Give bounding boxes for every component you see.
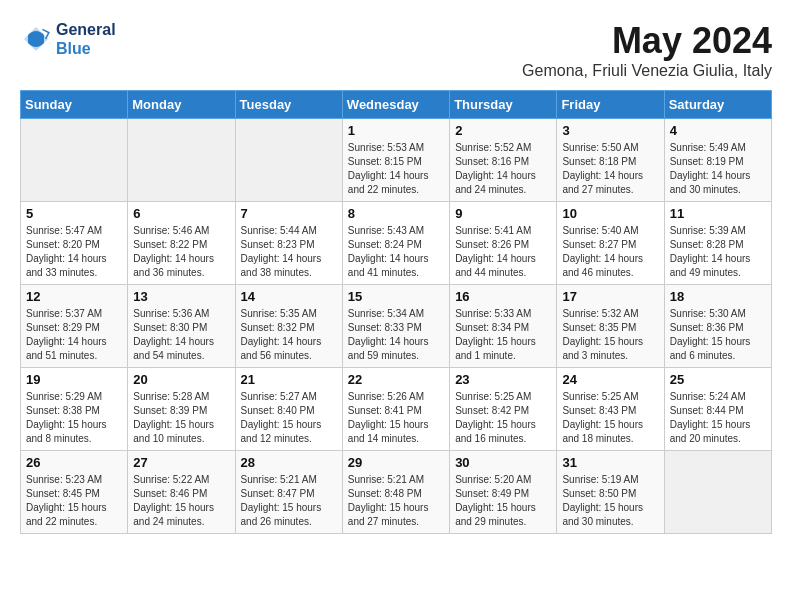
col-sunday: Sunday xyxy=(21,91,128,119)
day-number: 24 xyxy=(562,372,658,387)
day-number: 20 xyxy=(133,372,229,387)
calendar-cell: 19 Sunrise: 5:29 AMSunset: 8:38 PMDaylig… xyxy=(21,368,128,451)
logo-general: General xyxy=(56,21,116,38)
day-number: 23 xyxy=(455,372,551,387)
calendar-cell: 17 Sunrise: 5:32 AMSunset: 8:35 PMDaylig… xyxy=(557,285,664,368)
col-tuesday: Tuesday xyxy=(235,91,342,119)
calendar-cell: 16 Sunrise: 5:33 AMSunset: 8:34 PMDaylig… xyxy=(450,285,557,368)
day-info: Sunrise: 5:25 AMSunset: 8:43 PMDaylight:… xyxy=(562,391,643,444)
day-info: Sunrise: 5:22 AMSunset: 8:46 PMDaylight:… xyxy=(133,474,214,527)
day-number: 1 xyxy=(348,123,444,138)
calendar-cell: 27 Sunrise: 5:22 AMSunset: 8:46 PMDaylig… xyxy=(128,451,235,534)
calendar-cell: 8 Sunrise: 5:43 AMSunset: 8:24 PMDayligh… xyxy=(342,202,449,285)
day-info: Sunrise: 5:33 AMSunset: 8:34 PMDaylight:… xyxy=(455,308,536,361)
calendar-cell: 12 Sunrise: 5:37 AMSunset: 8:29 PMDaylig… xyxy=(21,285,128,368)
day-info: Sunrise: 5:23 AMSunset: 8:45 PMDaylight:… xyxy=(26,474,107,527)
day-info: Sunrise: 5:20 AMSunset: 8:49 PMDaylight:… xyxy=(455,474,536,527)
logo: General Blue xyxy=(20,20,116,58)
calendar-week-row: 19 Sunrise: 5:29 AMSunset: 8:38 PMDaylig… xyxy=(21,368,772,451)
logo-blue: Blue xyxy=(56,40,91,57)
day-number: 5 xyxy=(26,206,122,221)
calendar-cell: 7 Sunrise: 5:44 AMSunset: 8:23 PMDayligh… xyxy=(235,202,342,285)
day-number: 31 xyxy=(562,455,658,470)
col-monday: Monday xyxy=(128,91,235,119)
calendar-header: Sunday Monday Tuesday Wednesday Thursday… xyxy=(21,91,772,119)
calendar-week-row: 12 Sunrise: 5:37 AMSunset: 8:29 PMDaylig… xyxy=(21,285,772,368)
day-number: 2 xyxy=(455,123,551,138)
day-number: 11 xyxy=(670,206,766,221)
location-subtitle: Gemona, Friuli Venezia Giulia, Italy xyxy=(522,62,772,80)
day-info: Sunrise: 5:32 AMSunset: 8:35 PMDaylight:… xyxy=(562,308,643,361)
day-number: 15 xyxy=(348,289,444,304)
day-info: Sunrise: 5:24 AMSunset: 8:44 PMDaylight:… xyxy=(670,391,751,444)
calendar-cell: 14 Sunrise: 5:35 AMSunset: 8:32 PMDaylig… xyxy=(235,285,342,368)
day-number: 29 xyxy=(348,455,444,470)
day-number: 12 xyxy=(26,289,122,304)
day-number: 14 xyxy=(241,289,337,304)
calendar-week-row: 5 Sunrise: 5:47 AMSunset: 8:20 PMDayligh… xyxy=(21,202,772,285)
calendar-cell: 28 Sunrise: 5:21 AMSunset: 8:47 PMDaylig… xyxy=(235,451,342,534)
calendar-cell: 22 Sunrise: 5:26 AMSunset: 8:41 PMDaylig… xyxy=(342,368,449,451)
day-number: 26 xyxy=(26,455,122,470)
calendar-cell xyxy=(21,119,128,202)
col-wednesday: Wednesday xyxy=(342,91,449,119)
day-info: Sunrise: 5:30 AMSunset: 8:36 PMDaylight:… xyxy=(670,308,751,361)
day-info: Sunrise: 5:40 AMSunset: 8:27 PMDaylight:… xyxy=(562,225,643,278)
calendar-week-row: 26 Sunrise: 5:23 AMSunset: 8:45 PMDaylig… xyxy=(21,451,772,534)
calendar-cell: 20 Sunrise: 5:28 AMSunset: 8:39 PMDaylig… xyxy=(128,368,235,451)
calendar-cell: 26 Sunrise: 5:23 AMSunset: 8:45 PMDaylig… xyxy=(21,451,128,534)
day-info: Sunrise: 5:34 AMSunset: 8:33 PMDaylight:… xyxy=(348,308,429,361)
calendar-cell xyxy=(664,451,771,534)
calendar-cell: 15 Sunrise: 5:34 AMSunset: 8:33 PMDaylig… xyxy=(342,285,449,368)
calendar-cell: 25 Sunrise: 5:24 AMSunset: 8:44 PMDaylig… xyxy=(664,368,771,451)
day-number: 9 xyxy=(455,206,551,221)
day-number: 17 xyxy=(562,289,658,304)
day-info: Sunrise: 5:27 AMSunset: 8:40 PMDaylight:… xyxy=(241,391,322,444)
day-number: 10 xyxy=(562,206,658,221)
day-number: 6 xyxy=(133,206,229,221)
day-info: Sunrise: 5:43 AMSunset: 8:24 PMDaylight:… xyxy=(348,225,429,278)
calendar-cell: 1 Sunrise: 5:53 AMSunset: 8:15 PMDayligh… xyxy=(342,119,449,202)
day-number: 13 xyxy=(133,289,229,304)
day-number: 4 xyxy=(670,123,766,138)
day-info: Sunrise: 5:44 AMSunset: 8:23 PMDaylight:… xyxy=(241,225,322,278)
day-info: Sunrise: 5:28 AMSunset: 8:39 PMDaylight:… xyxy=(133,391,214,444)
header: General Blue May 2024 Gemona, Friuli Ven… xyxy=(20,20,772,80)
col-friday: Friday xyxy=(557,91,664,119)
day-info: Sunrise: 5:39 AMSunset: 8:28 PMDaylight:… xyxy=(670,225,751,278)
day-number: 27 xyxy=(133,455,229,470)
calendar-cell: 6 Sunrise: 5:46 AMSunset: 8:22 PMDayligh… xyxy=(128,202,235,285)
calendar-cell xyxy=(128,119,235,202)
calendar-table: Sunday Monday Tuesday Wednesday Thursday… xyxy=(20,90,772,534)
day-number: 19 xyxy=(26,372,122,387)
day-info: Sunrise: 5:50 AMSunset: 8:18 PMDaylight:… xyxy=(562,142,643,195)
day-info: Sunrise: 5:46 AMSunset: 8:22 PMDaylight:… xyxy=(133,225,214,278)
day-number: 3 xyxy=(562,123,658,138)
month-year-title: May 2024 xyxy=(522,20,772,62)
day-number: 18 xyxy=(670,289,766,304)
day-number: 28 xyxy=(241,455,337,470)
day-info: Sunrise: 5:21 AMSunset: 8:47 PMDaylight:… xyxy=(241,474,322,527)
calendar-cell: 23 Sunrise: 5:25 AMSunset: 8:42 PMDaylig… xyxy=(450,368,557,451)
day-info: Sunrise: 5:26 AMSunset: 8:41 PMDaylight:… xyxy=(348,391,429,444)
title-area: May 2024 Gemona, Friuli Venezia Giulia, … xyxy=(522,20,772,80)
day-info: Sunrise: 5:49 AMSunset: 8:19 PMDaylight:… xyxy=(670,142,751,195)
calendar-cell xyxy=(235,119,342,202)
day-info: Sunrise: 5:29 AMSunset: 8:38 PMDaylight:… xyxy=(26,391,107,444)
day-info: Sunrise: 5:21 AMSunset: 8:48 PMDaylight:… xyxy=(348,474,429,527)
day-info: Sunrise: 5:35 AMSunset: 8:32 PMDaylight:… xyxy=(241,308,322,361)
day-number: 16 xyxy=(455,289,551,304)
day-number: 21 xyxy=(241,372,337,387)
header-row: Sunday Monday Tuesday Wednesday Thursday… xyxy=(21,91,772,119)
calendar-cell: 21 Sunrise: 5:27 AMSunset: 8:40 PMDaylig… xyxy=(235,368,342,451)
day-info: Sunrise: 5:47 AMSunset: 8:20 PMDaylight:… xyxy=(26,225,107,278)
logo-icon xyxy=(20,23,52,55)
calendar-cell: 11 Sunrise: 5:39 AMSunset: 8:28 PMDaylig… xyxy=(664,202,771,285)
day-info: Sunrise: 5:36 AMSunset: 8:30 PMDaylight:… xyxy=(133,308,214,361)
logo-text: General Blue xyxy=(56,20,116,58)
calendar-cell: 24 Sunrise: 5:25 AMSunset: 8:43 PMDaylig… xyxy=(557,368,664,451)
calendar-cell: 3 Sunrise: 5:50 AMSunset: 8:18 PMDayligh… xyxy=(557,119,664,202)
day-number: 30 xyxy=(455,455,551,470)
calendar-cell: 10 Sunrise: 5:40 AMSunset: 8:27 PMDaylig… xyxy=(557,202,664,285)
day-info: Sunrise: 5:25 AMSunset: 8:42 PMDaylight:… xyxy=(455,391,536,444)
